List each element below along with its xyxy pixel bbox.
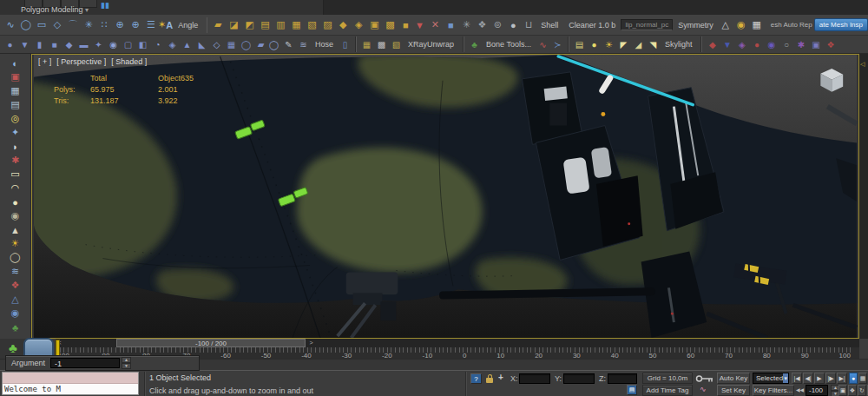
weld-center-icon[interactable]: ⊕ xyxy=(128,17,142,33)
symmetry-label[interactable]: Symmetry xyxy=(678,21,713,30)
weld-target-icon[interactable]: ⊕ xyxy=(113,17,127,33)
globe-icon[interactable]: ◉ xyxy=(5,307,26,320)
goto-time-icon[interactable]: ◀◀ xyxy=(796,386,804,393)
set-key-button[interactable]: Set Key xyxy=(717,385,750,396)
orbit-icon[interactable]: ↻ xyxy=(858,385,866,396)
bomb-warp-icon[interactable]: ◆ xyxy=(706,37,719,51)
ring-prim-icon[interactable]: ◯ xyxy=(240,37,253,51)
goto-start-icon[interactable]: |◀ xyxy=(792,373,802,384)
drag-warp-icon[interactable]: ○ xyxy=(779,37,792,51)
delete-mesh-icon[interactable]: ✕ xyxy=(428,17,442,33)
selection-set-dropdown[interactable]: Selected ▼ xyxy=(753,373,789,384)
tube-prim-icon[interactable]: ▢ xyxy=(122,37,135,51)
bone-tree-icon[interactable]: ♣ xyxy=(468,37,481,51)
hose-label[interactable]: Hose xyxy=(315,40,333,49)
noise-warp-icon[interactable]: ✱ xyxy=(794,37,807,51)
checker-icon[interactable]: ▦ xyxy=(750,17,764,33)
ring-icon[interactable]: ◯ xyxy=(5,251,26,264)
absolute-mode-icon[interactable]: + xyxy=(498,373,503,382)
maxscript-mini-listener[interactable]: Welcome to M xyxy=(2,372,139,395)
light-array-icon[interactable]: ▤ xyxy=(573,37,586,51)
viewport-menu-general[interactable]: [ + ] xyxy=(38,57,51,66)
gears-icon[interactable]: ✱ xyxy=(5,154,26,167)
vertex-paint-icon[interactable]: ▼ xyxy=(412,17,426,33)
free-spot-icon[interactable]: ◥ xyxy=(647,37,660,51)
hose-circle-icon[interactable]: ◯ xyxy=(267,37,280,51)
plane-prim-icon[interactable]: ▬ xyxy=(77,37,90,51)
vortex-warp-icon[interactable]: ◉ xyxy=(765,37,778,51)
uv-checker-icon[interactable]: ▦ xyxy=(360,37,373,51)
leaf-icon[interactable]: ♣ xyxy=(5,320,26,333)
argument-spinner[interactable]: ▲▼ xyxy=(122,357,131,369)
viewport-menu-shading[interactable]: [ Shaded ] xyxy=(111,57,147,66)
freehand-spline-icon[interactable]: ∿ xyxy=(3,17,17,33)
deflector-warp-icon[interactable]: ▣ xyxy=(809,37,822,51)
prev-frame-icon[interactable]: ◀| xyxy=(803,373,813,384)
xrayunwrap-label[interactable]: XRayUnwrap xyxy=(408,40,454,49)
polygon-modeling-group-label[interactable]: Polygon Modeling ▾ xyxy=(21,5,89,14)
y-coordinate-field[interactable] xyxy=(563,373,595,384)
fish-icon[interactable]: ✦ xyxy=(5,126,26,139)
auto-key-button[interactable]: Auto Key xyxy=(717,373,750,384)
normal-map-field[interactable]: lip_normal_pc xyxy=(621,19,673,30)
surface-star-icon[interactable]: ✶ xyxy=(158,17,166,33)
spring-icon[interactable]: ≋ xyxy=(297,37,310,51)
lathe-icon[interactable]: ▨ xyxy=(320,17,334,33)
key-mode-toggle[interactable]: ● xyxy=(849,373,858,384)
prism-prim-icon[interactable]: ▲ xyxy=(181,37,194,51)
dome-icon[interactable]: ◠ xyxy=(5,182,26,195)
time-tag-icon[interactable]: ▤ xyxy=(627,385,637,395)
mesh-inspector-button[interactable]: ate Mesh Insp xyxy=(814,18,868,31)
weave-icon[interactable]: ▩ xyxy=(383,17,397,33)
idea-bulb-icon[interactable]: ◎ xyxy=(5,112,26,125)
point-grid-icon[interactable]: ∷ xyxy=(97,17,111,33)
shell-label[interactable]: Shell xyxy=(541,21,558,30)
pen-icon[interactable]: ✎ xyxy=(282,37,295,51)
cone-prim-icon[interactable]: ▼ xyxy=(18,37,31,51)
target-spot-icon[interactable]: ◢ xyxy=(632,37,645,51)
torus-prim-icon[interactable]: ◔ xyxy=(151,37,164,51)
text-ab-icon[interactable]: A xyxy=(166,17,173,33)
pan-icon[interactable]: ❖ xyxy=(848,385,857,396)
hinge-icon[interactable]: ▧ xyxy=(305,17,319,33)
bone-tools-label[interactable]: Bone Tools... xyxy=(486,40,531,49)
collapse-arrow-icon[interactable]: ◁ xyxy=(860,61,865,68)
z-coordinate-field[interactable] xyxy=(608,373,637,384)
wind-warp-icon[interactable]: ◈ xyxy=(735,37,748,51)
vertex-icon[interactable]: ◇ xyxy=(50,17,64,33)
chamfer-prim-icon[interactable]: ◧ xyxy=(136,37,149,51)
star-points-icon[interactable]: ✳ xyxy=(82,17,95,33)
bone-link-icon[interactable]: ≻ xyxy=(551,37,564,51)
cylinder-prim-icon[interactable]: ▮ xyxy=(33,37,46,51)
panel-icon[interactable]: ▭ xyxy=(5,168,26,181)
lattice-prim-icon[interactable]: ▦ xyxy=(225,37,238,51)
moon-icon[interactable]: ◗ xyxy=(5,140,26,153)
sun-light-icon[interactable]: ☀ xyxy=(602,37,615,51)
rain-icon[interactable]: ≋ xyxy=(5,265,26,278)
gengon-prim-icon[interactable]: ◈ xyxy=(166,37,179,51)
gravity-warp-icon[interactable]: ▼ xyxy=(720,37,733,51)
mesh-auto-repair-label[interactable]: esh Auto Rep xyxy=(771,21,812,29)
next-frame-arrow[interactable]: > xyxy=(307,339,315,347)
pyramid-prim-icon[interactable]: ◆ xyxy=(62,37,76,51)
geosphere-prim-icon[interactable]: ◉ xyxy=(107,37,120,51)
sun-icon[interactable]: ☀ xyxy=(5,237,26,250)
ripple-warp-icon[interactable]: ❖ xyxy=(824,37,837,51)
x-coordinate-field[interactable] xyxy=(519,373,550,384)
viewport-menu-pov[interactable]: [ Perspective ] xyxy=(56,57,106,66)
time-slider-bar[interactable]: -100 / 200 xyxy=(116,339,306,347)
viewport-layout-icon[interactable]: ▦ xyxy=(858,373,867,384)
bevel-icon[interactable]: ◪ xyxy=(227,17,240,33)
bridge-icon[interactable]: ▤ xyxy=(258,17,272,33)
box-prim-icon[interactable]: ■ xyxy=(48,37,61,51)
key-filters-button[interactable]: Key Filters... xyxy=(753,385,794,396)
circle-spline-icon[interactable]: ◯ xyxy=(19,17,33,33)
listener-script-line[interactable]: Welcome to M xyxy=(3,384,138,395)
spreadsheet-icon[interactable]: ▤ xyxy=(5,98,26,111)
next-frame-icon[interactable]: |▶ xyxy=(825,373,836,384)
extrude-icon[interactable]: ▰ xyxy=(211,17,225,33)
lamp-icon[interactable]: ◉ xyxy=(734,17,748,33)
spot-light-icon[interactable]: ◤ xyxy=(617,37,630,51)
flask-icon[interactable]: △ xyxy=(719,17,733,33)
cleaner-label[interactable]: Cleaner 1.0 b xyxy=(569,21,615,30)
